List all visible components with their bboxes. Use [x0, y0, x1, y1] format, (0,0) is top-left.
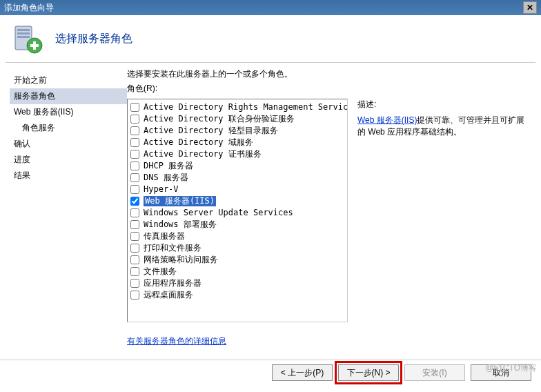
role-item[interactable]: 应用程序服务器 [129, 277, 346, 289]
role-label: Windows Server Update Services [144, 208, 293, 218]
role-item[interactable]: Active Directory 联合身份验证服务 [129, 113, 346, 125]
role-checkbox[interactable] [130, 150, 139, 159]
role-label: 传真服务器 [144, 231, 185, 242]
role-item[interactable]: 远程桌面服务 [129, 289, 346, 301]
role-label: 应用程序服务器 [144, 278, 201, 288]
role-label: Web 服务器(IIS) [144, 196, 216, 206]
role-item[interactable]: Windows Server Update Services [129, 207, 346, 219]
role-item[interactable]: 传真服务器 [129, 231, 346, 242]
server-role-icon [11, 22, 44, 55]
role-label: DNS 服务器 [144, 173, 188, 183]
sidebar-item[interactable]: 结果 [10, 168, 127, 184]
role-checkbox[interactable] [130, 232, 139, 241]
role-label: 远程桌面服务 [144, 290, 193, 300]
close-icon[interactable]: ✕ [523, 1, 537, 14]
role-item[interactable]: Active Directory 证书服务 [129, 148, 346, 160]
role-label: Active Directory 轻型目录服务 [144, 126, 278, 136]
role-checkbox[interactable] [130, 279, 139, 288]
page-title: 选择服务器角色 [55, 32, 132, 46]
role-label: Active Directory 域服务 [144, 137, 253, 148]
role-checkbox[interactable] [130, 255, 139, 264]
role-checkbox[interactable] [130, 161, 139, 170]
instruction-text: 选择要安装在此服务器上的一个或多个角色。 [127, 68, 531, 80]
sidebar-item[interactable]: 确认 [10, 136, 127, 152]
window-titlebar: 添加角色向导 ✕ [0, 0, 541, 15]
role-item[interactable]: DNS 服务器 [129, 172, 346, 184]
previous-button[interactable]: < 上一步(P) [272, 364, 333, 381]
sidebar-item[interactable]: 开始之前 [10, 72, 127, 88]
role-label: Active Directory Rights Management Servi… [144, 102, 348, 112]
role-item[interactable]: 文件服务 [129, 266, 346, 277]
wizard-sidebar: 开始之前服务器角色Web 服务器(IIS)角色服务确认进度结果 [10, 68, 127, 347]
role-checkbox[interactable] [130, 173, 139, 182]
main-panel: 选择要安装在此服务器上的一个或多个角色。 角色(R): Active Direc… [127, 68, 531, 347]
role-label: 打印和文件服务 [144, 243, 201, 253]
role-checkbox[interactable] [130, 197, 139, 206]
wizard-header: 选择服务器角色 [0, 15, 541, 62]
role-label: Windows 部署服务 [144, 219, 217, 230]
description-panel: 描述: Web 服务器(IIS)提供可靠、可管理并且可扩展的 Web 应用程序基… [357, 99, 531, 327]
role-item[interactable]: Active Directory Rights Management Servi… [129, 101, 346, 113]
role-item[interactable]: 网络策略和访问服务 [129, 254, 346, 266]
role-item[interactable]: Active Directory 轻型目录服务 [129, 125, 346, 137]
role-checkbox[interactable] [130, 208, 139, 217]
svg-rect-1 [17, 29, 30, 31]
description-body: Web 服务器(IIS)提供可靠、可管理并且可扩展的 Web 应用程序基础结构。 [357, 115, 531, 138]
description-title: 描述: [357, 99, 531, 110]
role-item[interactable]: Windows 部署服务 [129, 219, 346, 231]
watermark: @51CTO博客 [485, 362, 537, 374]
role-label: 文件服务 [144, 266, 177, 277]
role-item[interactable]: Hyper-V [129, 184, 346, 195]
sidebar-item[interactable]: 角色服务 [10, 120, 127, 136]
role-checkbox[interactable] [130, 103, 139, 112]
description-link[interactable]: Web 服务器(IIS) [357, 115, 417, 125]
more-info-link[interactable]: 有关服务器角色的详细信息 [127, 335, 531, 347]
role-item[interactable]: 打印和文件服务 [129, 242, 346, 254]
role-label: Active Directory 联合身份验证服务 [144, 114, 295, 124]
role-checkbox[interactable] [130, 138, 139, 147]
role-item[interactable]: DHCP 服务器 [129, 160, 346, 172]
role-checkbox[interactable] [130, 126, 139, 135]
role-checkbox[interactable] [130, 185, 139, 194]
next-button[interactable]: 下一步(N) > [338, 364, 399, 381]
role-item[interactable]: Active Directory 域服务 [129, 137, 346, 148]
install-button: 安装(I) [404, 364, 465, 381]
role-label: 网络策略和访问服务 [144, 255, 218, 265]
role-checkbox[interactable] [130, 244, 139, 253]
roles-listbox[interactable]: Active Directory Rights Management Servi… [127, 99, 348, 322]
wizard-footer: < 上一步(P) 下一步(N) > 安装(I) 取消 [0, 360, 541, 385]
roles-label: 角色(R): [127, 83, 531, 95]
svg-rect-3 [17, 36, 30, 38]
sidebar-item[interactable]: 进度 [10, 152, 127, 168]
sidebar-item[interactable]: Web 服务器(IIS) [10, 104, 127, 120]
sidebar-item[interactable]: 服务器角色 [10, 88, 127, 104]
role-checkbox[interactable] [130, 115, 139, 124]
role-label: Active Directory 证书服务 [144, 149, 262, 159]
svg-rect-2 [17, 32, 30, 35]
window-title: 添加角色向导 [4, 0, 54, 15]
role-label: Hyper-V [144, 184, 179, 195]
role-checkbox[interactable] [130, 267, 139, 276]
role-checkbox[interactable] [130, 291, 139, 300]
role-item[interactable]: Web 服务器(IIS) [129, 195, 346, 207]
role-label: DHCP 服务器 [144, 161, 193, 171]
content-area: 开始之前服务器角色Web 服务器(IIS)角色服务确认进度结果 选择要安装在此服… [0, 63, 541, 347]
svg-rect-6 [30, 44, 39, 47]
role-checkbox[interactable] [130, 220, 139, 229]
